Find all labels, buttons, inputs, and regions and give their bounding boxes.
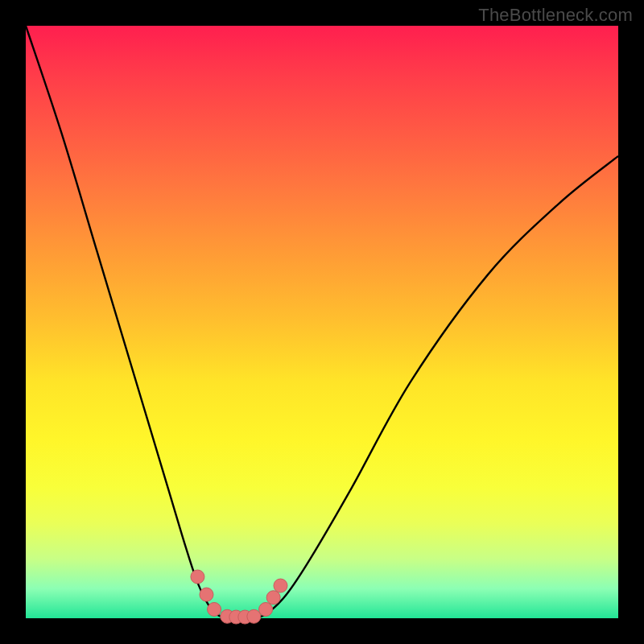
curve-right — [257, 156, 618, 618]
data-marker — [208, 602, 221, 616]
data-marker — [266, 591, 280, 605]
watermark-text: TheBottleneck.com — [478, 5, 633, 26]
data-marker — [247, 609, 261, 623]
data-marker — [200, 588, 213, 601]
data-marker — [191, 570, 204, 584]
data-marker — [259, 602, 273, 616]
data-markers — [191, 570, 287, 624]
chart-plot-area — [26, 26, 618, 618]
data-marker — [274, 579, 287, 592]
chart-frame: TheBottleneck.com — [0, 0, 644, 644]
curve-left — [26, 26, 227, 618]
chart-svg — [26, 26, 618, 618]
